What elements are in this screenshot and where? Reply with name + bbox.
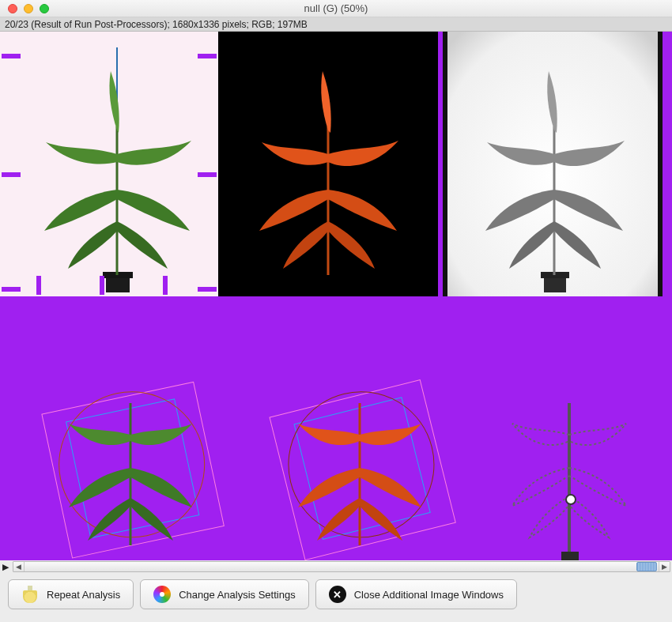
change-analysis-settings-button[interactable]: Change Analysis Settings bbox=[140, 579, 308, 609]
repeat-analysis-button[interactable]: Repeat Analysis bbox=[8, 579, 134, 609]
window-title: null (G) (50%) bbox=[0, 2, 672, 14]
close-additional-windows-button[interactable]: Close Additional Image Windows bbox=[315, 579, 517, 609]
panel-fluorescence bbox=[218, 32, 438, 296]
zoom-window-button[interactable] bbox=[40, 4, 49, 13]
svg-point-8 bbox=[46, 379, 218, 551]
image-info-bar: 20/23 (Result of Run Post-Processors); 1… bbox=[0, 17, 672, 32]
repeat-analysis-label: Repeat Analysis bbox=[47, 589, 120, 601]
panel-analysis-fluorescence bbox=[253, 324, 466, 560]
panel-nir bbox=[443, 32, 663, 296]
plant-fluorescence bbox=[218, 32, 438, 296]
image-info-text: 20/23 (Result of Run Post-Processors); 1… bbox=[5, 19, 308, 30]
titlebar: null (G) (50%) bbox=[0, 0, 672, 17]
traffic-lights bbox=[0, 4, 49, 13]
plant-visible bbox=[0, 32, 218, 296]
minimize-window-button[interactable] bbox=[24, 4, 33, 13]
play-icon[interactable]: ▶ bbox=[0, 562, 11, 572]
scroll-left-icon[interactable]: ◀ bbox=[13, 562, 25, 571]
svg-rect-13 bbox=[561, 552, 579, 560]
panel-visible-light bbox=[0, 32, 218, 296]
close-additional-windows-label: Close Additional Image Windows bbox=[354, 589, 504, 601]
panel-analysis-nir bbox=[482, 324, 664, 560]
scroll-right-icon[interactable]: ▶ bbox=[659, 562, 670, 571]
image-canvas[interactable] bbox=[0, 32, 672, 560]
svg-rect-3 bbox=[447, 32, 658, 296]
action-button-row: Repeat Analysis Change Analysis Settings… bbox=[0, 573, 672, 613]
change-analysis-settings-label: Change Analysis Settings bbox=[179, 589, 295, 601]
panel-analysis-visible bbox=[24, 324, 237, 560]
close-window-button[interactable] bbox=[8, 4, 17, 13]
palette-icon bbox=[153, 586, 171, 603]
scroll-thumb[interactable] bbox=[636, 562, 657, 571]
plant-nir bbox=[447, 32, 658, 296]
svg-point-12 bbox=[566, 495, 576, 504]
svg-point-11 bbox=[273, 376, 449, 552]
close-icon bbox=[329, 586, 346, 603]
frame-scroll-row: ▶ ◀ ▶ bbox=[0, 560, 672, 573]
frame-scrollbar[interactable]: ◀ ▶ bbox=[13, 561, 670, 572]
flask-icon bbox=[21, 586, 39, 603]
